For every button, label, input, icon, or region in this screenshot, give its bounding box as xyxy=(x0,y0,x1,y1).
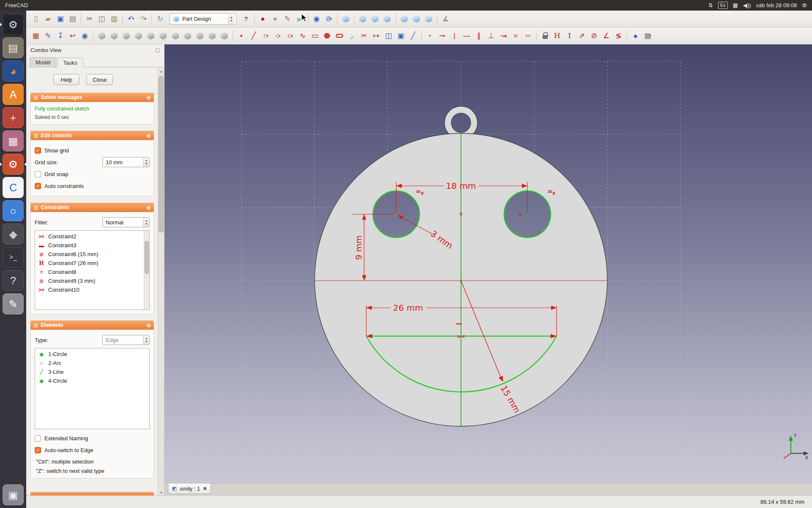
type-dropdown[interactable]: Edge ▲▼ xyxy=(102,335,150,345)
constrain-lock[interactable] xyxy=(539,30,551,42)
section-close-icon[interactable]: ⊗ xyxy=(146,322,151,329)
macro-play[interactable]: ▶ xyxy=(294,13,306,25)
create-conic[interactable]: ○▾ xyxy=(284,30,296,42)
extended-naming-checkbox[interactable]: ✓ xyxy=(35,435,41,442)
clock[interactable]: sáb feb 28 09:08 xyxy=(756,2,797,8)
constraint-item[interactable]: =Constraint8 xyxy=(36,268,143,276)
draw-style[interactable]: ⊘▾ xyxy=(323,13,335,25)
extend-edge[interactable]: ↦ xyxy=(370,30,382,42)
section-close-icon[interactable]: ⊗ xyxy=(146,94,151,101)
tab-tasks[interactable]: Tasks xyxy=(57,58,83,67)
launcher-item-browser[interactable]: ○ xyxy=(3,200,24,221)
dropdown-arrow-icon[interactable]: ▾ xyxy=(132,17,134,21)
toggle-driving-constraint[interactable]: ◆ xyxy=(629,30,642,42)
save-document[interactable]: ▣ xyxy=(54,13,66,25)
launcher-item-software[interactable]: ▦ xyxy=(3,130,24,152)
viewport-canvas[interactable]: 18 mm =8 =8 3 mm 9 mm xyxy=(165,44,812,483)
help-button[interactable]: Help xyxy=(53,74,80,85)
launcher-item-freecad[interactable]: ⚙ xyxy=(3,14,24,35)
create-point[interactable]: • xyxy=(235,30,247,42)
macro-record[interactable]: ● xyxy=(257,13,269,25)
tab-model[interactable]: Model xyxy=(30,57,56,67)
constrain-angle[interactable]: ∠ xyxy=(600,30,612,42)
launcher-item-firefox[interactable]: ◕ xyxy=(3,61,24,82)
undo[interactable]: ↶▾ xyxy=(125,13,137,25)
whats-this[interactable]: ? xyxy=(240,13,252,25)
keyboard-layout-indicator[interactable]: Es xyxy=(718,2,728,9)
trim-edge[interactable]: ✂ xyxy=(358,30,370,42)
view-bottom[interactable] xyxy=(410,13,422,25)
auto-constraints-checkbox[interactable]: ✓ xyxy=(35,183,41,189)
external-geometry[interactable]: ◫ xyxy=(382,30,395,42)
view-front[interactable] xyxy=(357,13,369,25)
coincident-marker[interactable]: >< xyxy=(457,334,465,340)
constraints-list-scrollbar[interactable] xyxy=(144,231,149,309)
launcher-item-files[interactable]: ▤ xyxy=(3,37,24,58)
section-header-elements[interactable]: ▤ Elements ⊗ xyxy=(30,320,154,330)
open-document[interactable]: ▰ xyxy=(42,13,54,25)
launcher-item-libreoffice[interactable]: A xyxy=(3,84,24,105)
pocket[interactable] xyxy=(108,30,120,42)
view-left[interactable] xyxy=(422,13,435,25)
section-header-constraints[interactable]: ▤ Constraints ⊗ xyxy=(30,203,154,212)
panel-scrollbar[interactable]: ▲ ▼ xyxy=(158,68,164,495)
grid-settings[interactable]: ▦▾ xyxy=(642,30,654,42)
zoom-fit-all[interactable]: ◉ xyxy=(310,13,323,25)
auto-constraints-row[interactable]: ✓ Auto constraints xyxy=(35,180,150,191)
constraint-item[interactable]: ⊘Constraint6 (15 mm) xyxy=(36,250,143,259)
view-top[interactable] xyxy=(369,13,381,25)
create-arc[interactable]: ∩▾ xyxy=(260,30,272,42)
constraint-item[interactable]: ⊙Constraint9 (3 mm) xyxy=(36,276,143,285)
scrollbar-thumb[interactable] xyxy=(145,241,149,274)
launcher-item-tools[interactable]: + xyxy=(3,107,24,128)
scrollbar-thumb[interactable] xyxy=(159,76,164,232)
element-item[interactable]: ∩2-Arc xyxy=(36,359,143,367)
dimension-label-9mm[interactable]: 9 mm xyxy=(354,235,364,260)
macro-edit[interactable]: ✎ xyxy=(281,13,294,25)
constrain-symmetric[interactable]: >< xyxy=(522,30,534,42)
dimension-label-26mm[interactable]: 26 mm xyxy=(393,303,423,313)
type-spinner[interactable]: ▲▼ xyxy=(143,335,149,345)
view-axonometric[interactable] xyxy=(340,13,352,25)
dropdown-arrow-icon[interactable]: ▾ xyxy=(267,34,269,38)
element-item[interactable]: ◉4-Circle xyxy=(36,376,143,385)
show-grid-row[interactable]: ✓ Show grid xyxy=(35,145,150,156)
create-circle[interactable]: ○▾ xyxy=(272,30,284,42)
element-item[interactable]: ◉1-Circle xyxy=(36,350,143,359)
auto-switch-row[interactable]: ✓ Auto-switch to Edge xyxy=(35,444,150,456)
create-polyline[interactable]: ∿ xyxy=(296,30,309,42)
close-button[interactable]: Close xyxy=(86,74,113,85)
constrain-snell[interactable]: ≶ xyxy=(612,30,625,42)
keyboard-icon[interactable]: ▦ xyxy=(733,2,738,8)
launcher-item-freecad-active[interactable]: ⚙ xyxy=(3,154,24,175)
measure-distance[interactable]: ∡ xyxy=(439,13,452,25)
launcher-item-trash[interactable]: ▣ xyxy=(3,484,24,505)
dropdown-arrow-icon[interactable]: ▾ xyxy=(330,17,332,21)
scrollbar-down-icon[interactable]: ▼ xyxy=(158,489,164,495)
additive-loft[interactable] xyxy=(145,30,157,42)
3d-viewport[interactable]: 18 mm =8 =8 3 mm 9 mm xyxy=(165,44,812,483)
constrain-point-on-object[interactable]: ⊸ xyxy=(436,30,448,42)
create-polygon[interactable]: ▾ xyxy=(321,30,333,42)
element-item[interactable]: ╱3-Line xyxy=(36,367,143,376)
view-section[interactable]: ◉ xyxy=(79,30,91,42)
copy[interactable]: ◫ xyxy=(96,13,108,25)
document-tab-close-icon[interactable]: ✖ xyxy=(203,486,207,491)
additive-pipe[interactable] xyxy=(157,30,169,42)
session-gear-icon[interactable]: ⚙ xyxy=(802,2,807,8)
section-header-edit-controls[interactable]: ▤ Edit controls ⊗ xyxy=(30,131,154,140)
edit-sketch[interactable]: ✎ xyxy=(42,30,54,42)
filter-spinner[interactable]: ▲▼ xyxy=(143,218,149,227)
groove[interactable] xyxy=(132,30,145,42)
paste[interactable]: ▥ xyxy=(108,13,120,25)
constrain-distance-y[interactable]: I xyxy=(563,30,576,42)
grid-snap-row[interactable]: ✓ Grid snap xyxy=(35,168,150,179)
new-sketch[interactable]: ▦ xyxy=(30,30,42,42)
section-close-icon[interactable]: ⊗ xyxy=(146,204,151,211)
constrain-horizontal[interactable]: — xyxy=(461,30,473,42)
macro-stop[interactable]: ■ xyxy=(269,13,281,25)
view-rear[interactable] xyxy=(398,13,410,25)
auto-switch-checkbox[interactable]: ✓ xyxy=(35,447,41,453)
launcher-item-help[interactable]: ? xyxy=(3,270,24,291)
revolution[interactable] xyxy=(120,30,132,42)
